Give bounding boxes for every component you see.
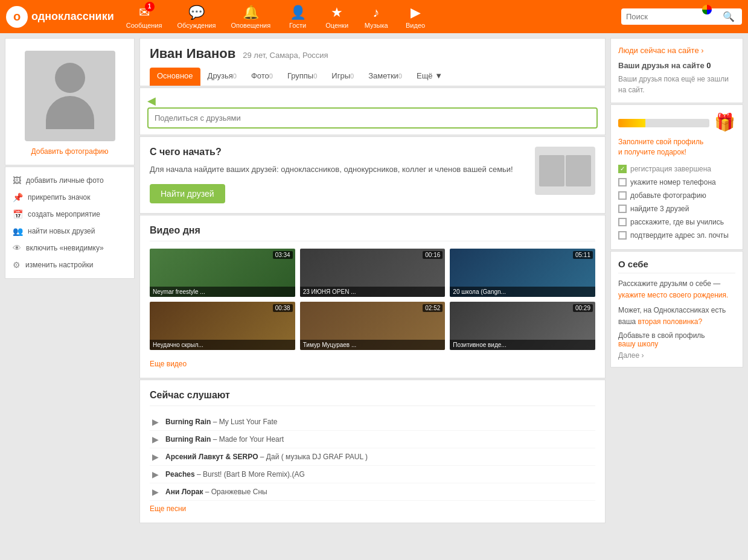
friends-count-number: 0 <box>706 61 711 70</box>
artist-1: Burning Rain <box>165 418 211 426</box>
online-friends-link[interactable]: Люди сейчас на сайте › <box>618 46 735 55</box>
video-title-5: Тимур Муцураев ... <box>300 340 446 350</box>
video-thumb-3[interactable]: 05:11 20 школа (Gangn... <box>450 249 595 297</box>
search-button[interactable]: 🔍 <box>723 11 735 22</box>
nav-item-video[interactable]: ▶ Видео <box>397 2 433 32</box>
tab-games[interactable]: Игры0 <box>324 68 361 86</box>
nav-item-messages[interactable]: ✉1 Сообщения <box>120 2 168 32</box>
sidebar-item-add-photo[interactable]: 🖼 добавить личные фото <box>5 172 134 189</box>
guide-avatar-2 <box>566 155 591 186</box>
sidebar-item-label-create-event: создать мероприятие <box>28 210 100 218</box>
search-area: 🔍 <box>621 8 742 25</box>
tab-notes[interactable]: Заметки0 <box>361 68 409 86</box>
friends-count-title: Ваши друзья на сайте 0 <box>618 61 735 70</box>
guide-avatar-1 <box>539 155 564 186</box>
dalee-link[interactable]: Далее › <box>618 351 644 360</box>
tab-notes-label: Заметки <box>368 71 398 80</box>
artist-4: Peaches <box>165 470 195 479</box>
artist-3: Арсений Лавкут & SERPO <box>165 453 258 461</box>
nav-item-guests[interactable]: 👤 Гости <box>280 2 316 32</box>
sidebar-item-create-event[interactable]: 📅 создать мероприятие <box>5 206 134 223</box>
find-friends-button[interactable]: Найти друзей <box>150 184 225 203</box>
tab-photos-count: 0 <box>269 72 273 80</box>
play-button-5[interactable]: ▶ <box>150 486 161 497</box>
guide-image <box>535 147 595 195</box>
nav-label-messages: Сообщения <box>126 22 162 29</box>
fill-profile-sub: и получите подарок! <box>618 147 735 158</box>
music-item-3[interactable]: ▶ Арсений Лавкут & SERPO – Дай ( музыка … <box>150 448 595 466</box>
music-text-5: Ани Лорак – Оранжевые Сны <box>165 488 267 496</box>
nav-item-alerts[interactable]: 🔔 Оповещения <box>225 2 277 32</box>
sidebar-item-settings[interactable]: ⚙ изменить настройки <box>5 256 134 273</box>
play-button-2[interactable]: ▶ <box>150 434 161 445</box>
play-button-1[interactable]: ▶ <box>150 416 161 427</box>
video-thumb-2[interactable]: 00:16 23 ИЮНЯ OPEN ... <box>300 249 446 297</box>
progress-bar <box>618 119 709 127</box>
checkbox-5 <box>618 218 627 226</box>
site-logo[interactable]: о одноклассники <box>6 6 114 28</box>
tab-games-count: 0 <box>350 72 354 80</box>
find-friends-icon: 👥 <box>13 226 23 236</box>
play-button-3[interactable]: ▶ <box>150 451 161 462</box>
sidebar-item-label-invisible: включить «невидимку» <box>26 244 104 252</box>
music-item-5[interactable]: ▶ Ани Лорак – Оранжевые Сны <box>150 483 595 501</box>
tab-friends-label: Друзья <box>208 71 233 80</box>
video-thumb-5[interactable]: 02:52 Тимур Муцураев ... <box>300 302 446 350</box>
tab-groups[interactable]: Группы0 <box>280 68 324 86</box>
about-second-link[interactable]: вторая половинка? <box>638 317 703 326</box>
nav-item-music[interactable]: ♪ Музыка <box>358 2 394 32</box>
more-music-link[interactable]: Еще песни <box>150 504 186 513</box>
music-item-1[interactable]: ▶ Burning Rain – My Lust Your Fate <box>150 413 595 431</box>
sidebar-item-find-friends[interactable]: 👥 найти новых друзей <box>5 223 134 240</box>
about-block: О себе Расскажите друзьям о себе — укажи… <box>610 251 743 368</box>
checklist-label-1: регистрация завершена <box>630 165 711 173</box>
play-button-4[interactable]: ▶ <box>150 469 161 480</box>
tab-main[interactable]: Основное <box>150 68 200 86</box>
checklist-item-3[interactable]: добавьте фотографию <box>618 189 735 202</box>
checklist-item-1: ✓ регистрация завершена <box>618 162 735 176</box>
tab-photos[interactable]: Фото0 <box>244 68 280 86</box>
tab-friends[interactable]: Друзья0 <box>200 68 244 86</box>
add-photo-link[interactable]: Добавить фотографию <box>31 147 109 156</box>
artist-5: Ани Лорак <box>165 488 203 496</box>
avatar-figure <box>46 63 94 129</box>
tab-more-label: Ещё <box>417 71 433 80</box>
about-birthplace-link[interactable]: укажите место своего рождения. <box>618 291 728 299</box>
video-thumb-1[interactable]: 03:34 Neymar freestyle ... <box>150 249 295 297</box>
more-video-link[interactable]: Еще видео <box>150 360 187 368</box>
checklist-item-6[interactable]: подтвердите адрес эл. почты <box>618 229 735 242</box>
main-wrapper: Добавить фотографию 🖼 добавить личные фо… <box>0 33 748 529</box>
tab-groups-label: Группы <box>287 71 313 80</box>
sidebar-item-invisible[interactable]: 👁 включить «невидимку» <box>5 240 134 256</box>
video-thumb-4[interactable]: 00:38 Неудачно скрыл... <box>150 302 295 350</box>
guests-icon: 👤 <box>290 5 306 21</box>
music-text-2: Burning Rain – Made for Your Heart <box>165 435 284 444</box>
nav-item-discussions[interactable]: 💬 Обсуждения <box>171 2 222 32</box>
avatar-body <box>46 96 94 129</box>
checklist-item-5[interactable]: расскажите, где вы учились <box>618 215 735 229</box>
video-thumb-6[interactable]: 00:29 Позитивное виде... <box>450 302 595 350</box>
top-navigation: о одноклассники ✉1 Сообщения 💬 Обсуждени… <box>0 0 748 33</box>
fill-profile-link[interactable]: Заполните свой профиль и получите подаро… <box>618 137 735 158</box>
checklist-label-6: подтвердите адрес эл. почты <box>630 231 729 240</box>
tab-more[interactable]: Ещё ▼ <box>409 68 450 86</box>
center-content: Иван Иванов 29 лет, Самара, Россия Основ… <box>139 38 606 524</box>
nav-item-ratings[interactable]: ★ Оценки <box>319 2 355 32</box>
checklist-item-2[interactable]: укажите номер телефона <box>618 176 735 189</box>
nav-label-music: Музыка <box>365 22 388 29</box>
music-item-4[interactable]: ▶ Peaches – Burst! (Bart B More Remix).(… <box>150 466 595 483</box>
profile-photo-area: Добавить фотографию <box>5 38 135 165</box>
share-input[interactable] <box>147 107 598 129</box>
video-section-title: Видео дня <box>150 225 595 241</box>
music-item-2[interactable]: ▶ Burning Rain – Made for Your Heart <box>150 431 595 448</box>
about-school-link[interactable]: вашу школу <box>618 340 658 348</box>
color-circle-decoration <box>702 5 712 14</box>
sidebar-item-label-pin-badge: прикрепить значок <box>28 193 90 202</box>
music-section-title: Сейчас слушают <box>150 390 595 406</box>
profile-header: Иван Иванов 29 лет, Самара, Россия Основ… <box>139 38 606 86</box>
create-event-icon: 📅 <box>13 209 23 219</box>
site-name: одноклассники <box>31 10 114 23</box>
checklist-item-4[interactable]: найдите 3 друзей <box>618 202 735 215</box>
guide-desc: Для начала найдите ваших друзей: однокла… <box>150 164 523 176</box>
sidebar-item-pin-badge[interactable]: 📌 прикрепить значок <box>5 189 134 206</box>
